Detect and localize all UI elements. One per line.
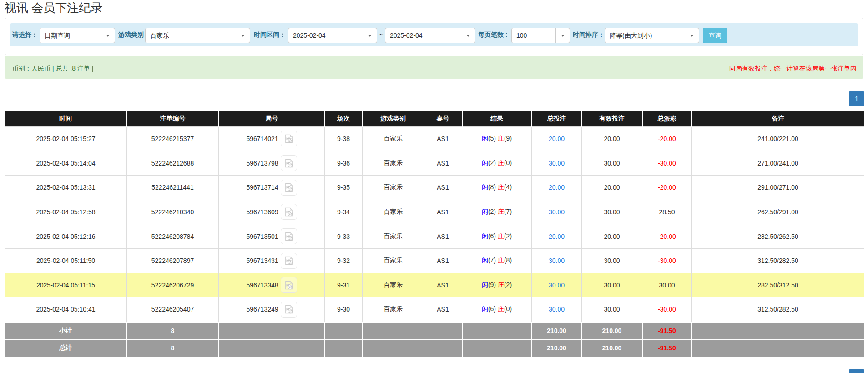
page-title: 视讯 会员下注纪录 bbox=[0, 0, 868, 15]
cell-result: 闲(6) 庄(0) bbox=[462, 297, 532, 322]
sort-order-select[interactable]: 降幂(由大到小) bbox=[605, 28, 699, 43]
cell-note: 312.50/282.50 bbox=[692, 248, 864, 273]
cell-bet-id: 522246208784 bbox=[127, 224, 219, 249]
cell-bet-id: 522246207897 bbox=[127, 248, 219, 273]
cell-payout: -20.00 bbox=[642, 224, 692, 249]
date-from-picker[interactable]: 2025-02-04 bbox=[288, 28, 377, 43]
video-replay-button[interactable] bbox=[281, 302, 297, 318]
cell-session: 9-32 bbox=[325, 248, 363, 273]
cell-result: 闲(8) 庄(4) bbox=[462, 175, 532, 200]
result-player-value: (7) bbox=[488, 257, 496, 264]
col-header-time: 时间 bbox=[5, 111, 127, 126]
date-to-dropdown-button[interactable] bbox=[461, 28, 475, 43]
result-player-label: 闲 bbox=[482, 232, 488, 240]
subtotal-total-bet: 210.00 bbox=[532, 322, 582, 339]
cell-bet-id: 522246215377 bbox=[127, 126, 219, 151]
query-button[interactable]: 查询 bbox=[703, 28, 727, 43]
game-type-value: 百家乐 bbox=[146, 28, 236, 43]
result-player-value: (9) bbox=[488, 281, 496, 288]
cell-table-no: AS1 bbox=[424, 273, 462, 297]
cell-valid-bet: 20.00 bbox=[582, 224, 642, 249]
round-id-value: 596713249 bbox=[246, 306, 278, 313]
cell-round-id: 596713609 bbox=[219, 200, 325, 224]
video-replay-button[interactable] bbox=[281, 204, 297, 220]
subtotal-count: 8 bbox=[127, 322, 219, 339]
cell-valid-bet: 30.00 bbox=[582, 248, 642, 273]
cell-valid-bet: 20.00 bbox=[582, 126, 642, 151]
col-header-note: 备注 bbox=[692, 111, 864, 126]
total-bet-link[interactable]: 30.00 bbox=[549, 306, 565, 313]
result-banker-label: 庄 bbox=[498, 257, 504, 264]
sort-order-dropdown-button[interactable] bbox=[685, 28, 699, 43]
cell-payout: -30.00 bbox=[642, 151, 692, 176]
cell-result: 闲(2) 庄(0) bbox=[462, 151, 532, 176]
total-valid-bet: 210.00 bbox=[582, 339, 642, 357]
query-type-dropdown-button[interactable] bbox=[101, 28, 115, 43]
page-size-dropdown-button[interactable] bbox=[555, 28, 570, 43]
cell-round-id: 596713714 bbox=[219, 175, 325, 200]
cell-total-bet: 20.00 bbox=[532, 175, 582, 200]
result-banker-value: (2) bbox=[504, 232, 512, 240]
cell-time: 2025-02-04 05:11:50 bbox=[5, 248, 127, 273]
col-header-game-type: 游戏类别 bbox=[363, 111, 424, 126]
cell-payout: 28.50 bbox=[642, 200, 692, 224]
chevron-down-icon bbox=[690, 35, 694, 37]
cell-payout: -30.00 bbox=[642, 248, 692, 273]
total-bet-link[interactable]: 20.00 bbox=[549, 233, 565, 240]
total-bet-link[interactable]: 30.00 bbox=[549, 282, 565, 289]
cell-payout: -30.00 bbox=[642, 297, 692, 322]
cell-total-bet: 30.00 bbox=[532, 151, 582, 176]
date-to-picker[interactable]: 2025-02-04 bbox=[385, 28, 475, 43]
date-from-value: 2025-02-04 bbox=[288, 28, 363, 43]
page-size-select[interactable]: 100 bbox=[511, 28, 570, 43]
table-row: 2025-02-04 05:10:41 522246205407 5967132… bbox=[5, 297, 864, 322]
video-replay-button[interactable] bbox=[281, 180, 297, 196]
cell-game-type: 百家乐 bbox=[363, 297, 424, 322]
total-row: 总计 8 210.00 210.00 -91.50 bbox=[5, 339, 864, 357]
pagination-top: 1 bbox=[0, 91, 868, 106]
video-replay-button[interactable] bbox=[281, 155, 297, 171]
page-1-button[interactable]: 1 bbox=[849, 91, 864, 106]
cell-table-no: AS1 bbox=[424, 200, 462, 224]
subtotal-payout: -91.50 bbox=[642, 322, 692, 339]
cell-session: 9-35 bbox=[325, 175, 363, 200]
video-replay-button[interactable] bbox=[281, 228, 297, 244]
result-player-label: 闲 bbox=[482, 135, 488, 142]
filter-bar: 请选择： 日期查询 游戏类别 百家乐 时间区间： 2025-02-04 ~ 20… bbox=[10, 23, 858, 46]
total-bet-link[interactable]: 30.00 bbox=[549, 257, 565, 264]
video-file-icon bbox=[284, 134, 294, 144]
cell-round-id: 596713249 bbox=[219, 297, 325, 322]
result-player-label: 闲 bbox=[482, 208, 488, 215]
pagination-bottom: 1 bbox=[0, 369, 868, 373]
game-type-select[interactable]: 百家乐 bbox=[145, 28, 250, 43]
query-type-value: 日期查询 bbox=[40, 28, 101, 43]
chevron-down-icon bbox=[241, 35, 245, 37]
date-from-dropdown-button[interactable] bbox=[363, 28, 377, 43]
total-bet-link[interactable]: 30.00 bbox=[549, 160, 565, 167]
cell-total-bet: 30.00 bbox=[532, 248, 582, 273]
col-header-total-bet: 总投注 bbox=[532, 111, 582, 126]
total-label: 总计 bbox=[5, 339, 127, 357]
result-banker-value: (8) bbox=[504, 257, 512, 264]
page-1-button[interactable]: 1 bbox=[849, 369, 864, 373]
cell-total-bet: 20.00 bbox=[532, 224, 582, 249]
total-bet-link[interactable]: 20.00 bbox=[549, 135, 565, 142]
game-type-dropdown-button[interactable] bbox=[236, 28, 250, 43]
cell-game-type: 百家乐 bbox=[363, 224, 424, 249]
round-id-value: 596713798 bbox=[246, 160, 278, 167]
total-bet-link[interactable]: 20.00 bbox=[549, 184, 565, 191]
result-banker-label: 庄 bbox=[498, 159, 504, 166]
video-replay-button[interactable] bbox=[281, 277, 297, 293]
video-replay-button[interactable] bbox=[281, 131, 297, 146]
round-id-value: 596713431 bbox=[246, 257, 278, 264]
cell-bet-id: 522246212688 bbox=[127, 151, 219, 176]
cell-game-type: 百家乐 bbox=[363, 126, 424, 151]
result-player-value: (2) bbox=[488, 208, 496, 215]
result-banker-value: (4) bbox=[504, 183, 512, 191]
query-type-select[interactable]: 日期查询 bbox=[40, 28, 115, 43]
round-id-value: 596713348 bbox=[246, 282, 278, 289]
result-player-value: (8) bbox=[488, 183, 496, 191]
cell-table-no: AS1 bbox=[424, 224, 462, 249]
total-bet-link[interactable]: 30.00 bbox=[549, 208, 565, 216]
video-replay-button[interactable] bbox=[281, 253, 297, 269]
